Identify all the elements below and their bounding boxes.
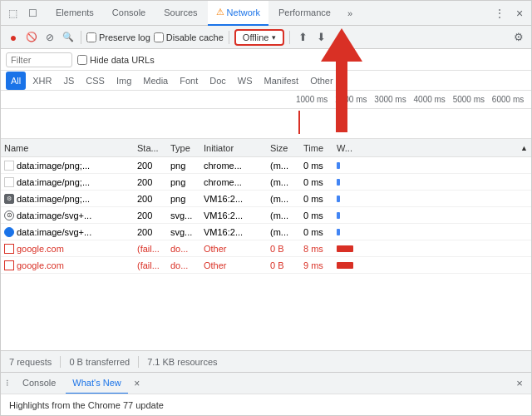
table-row[interactable]: data:image/png;... 200 png chrome... (m.… <box>1 174 531 191</box>
type-ws-button[interactable]: WS <box>233 72 258 90</box>
time-mark-4000: 4000 ms <box>414 95 453 104</box>
row-time: 9 ms <box>303 260 337 270</box>
row-icon <box>4 227 14 237</box>
time-mark-3000: 3000 ms <box>374 95 413 104</box>
row-initiator: Other <box>204 260 270 270</box>
row-size: (m... <box>270 210 303 220</box>
time-mark-1000: 1000 ms <box>296 95 335 104</box>
header-size[interactable]: Size <box>270 143 303 153</box>
disable-cache-checkbox[interactable] <box>154 32 164 42</box>
row-status: 200 <box>137 161 170 171</box>
waterfall-bar <box>337 262 353 269</box>
row-icon <box>4 260 14 270</box>
red-marker-bar <box>298 111 300 134</box>
row-name: google.com <box>4 260 137 270</box>
type-other-button[interactable]: Other <box>305 72 338 90</box>
row-size: 0 B <box>270 260 303 270</box>
row-name: ⚙ data:image/png;... <box>4 194 137 204</box>
type-filter-bar: All XHR JS CSS Img Media Font Doc WS Man… <box>1 71 531 91</box>
table-row[interactable]: google.com (fail... do... Other 0 B 8 ms <box>1 240 531 257</box>
type-img-button[interactable]: Img <box>111 72 136 90</box>
waterfall-bar <box>337 245 353 252</box>
status-bar: 7 requests 0 B transferred 7.1 KB resour… <box>1 350 531 372</box>
clear-button[interactable]: 🚫 <box>24 30 39 45</box>
type-font-button[interactable]: Font <box>175 72 203 90</box>
row-waterfall <box>337 262 528 269</box>
header-name[interactable]: Name <box>4 143 137 153</box>
tab-sources[interactable]: Sources <box>155 1 205 26</box>
table-row[interactable]: ⊙ data:image/svg+... 200 svg... VM16:2..… <box>1 207 531 224</box>
header-waterfall[interactable]: W... ▲ <box>337 143 528 153</box>
header-type[interactable]: Type <box>170 143 204 153</box>
row-type: png <box>170 194 204 204</box>
row-time: 0 ms <box>303 194 337 204</box>
row-waterfall <box>337 162 528 169</box>
request-rows-container: data:image/png;... 200 png chrome... (m.… <box>1 157 531 274</box>
more-tabs-button[interactable]: » <box>342 1 357 26</box>
preserve-log-checkbox[interactable] <box>86 32 96 42</box>
divider-1 <box>81 31 81 44</box>
row-size: 0 B <box>270 244 303 254</box>
row-initiator: Other <box>204 244 270 254</box>
offline-button[interactable]: Offline ▾ <box>234 29 285 46</box>
whats-new-close-icon[interactable]: × <box>131 378 143 389</box>
tab-network[interactable]: ⚠ Network <box>208 1 268 26</box>
tab-elements[interactable]: Elements <box>47 1 102 26</box>
row-status: 200 <box>137 194 170 204</box>
tab-whats-new[interactable]: What's New <box>66 373 127 394</box>
hide-data-urls-label[interactable]: Hide data URLs <box>77 55 155 65</box>
timeline-ruler: 1000 ms 2000 ms 3000 ms 4000 ms 5000 ms … <box>1 91 531 109</box>
close-devtools-icon[interactable]: × <box>511 5 528 22</box>
filter-icon[interactable]: ⊘ <box>42 30 57 45</box>
type-all-button[interactable]: All <box>6 72 26 90</box>
type-js-button[interactable]: JS <box>58 72 79 90</box>
table-row[interactable]: data:image/svg+... 200 svg... VM16:2... … <box>1 224 531 240</box>
transferred-info: 0 B transferred <box>69 357 130 367</box>
header-status[interactable]: Sta... <box>137 143 170 153</box>
divider-3 <box>289 31 290 44</box>
close-console-icon[interactable]: × <box>513 377 526 390</box>
row-icon: ⚙ <box>4 194 14 204</box>
filter-input[interactable] <box>6 52 72 67</box>
record-button[interactable]: ● <box>6 30 21 45</box>
warning-icon: ⚠ <box>216 7 224 17</box>
type-media-button[interactable]: Media <box>138 72 173 90</box>
type-manifest-button[interactable]: Manifest <box>259 72 304 90</box>
console-bar: ⁝ Console What's New × × <box>1 372 531 394</box>
cursor-icon[interactable]: ⬚ <box>4 5 21 22</box>
kebab-menu-icon[interactable]: ⋮ <box>491 5 508 22</box>
hide-data-urls-checkbox[interactable] <box>77 55 87 65</box>
disable-cache-label[interactable]: Disable cache <box>154 32 224 42</box>
table-row[interactable]: ⚙ data:image/png;... 200 png VM16:2... (… <box>1 191 531 207</box>
tab-console[interactable]: Console <box>104 1 154 26</box>
row-size: (m... <box>270 161 303 171</box>
table-header-row: Name Sta... Type Initiator Size Time W..… <box>1 139 531 157</box>
header-initiator[interactable]: Initiator <box>204 143 270 153</box>
time-mark-2000: 2000 ms <box>335 95 374 104</box>
table-row[interactable]: data:image/png;... 200 png chrome... (m.… <box>1 157 531 174</box>
row-time: 0 ms <box>303 210 337 220</box>
type-css-button[interactable]: CSS <box>81 72 110 90</box>
tab-console-bottom[interactable]: Console <box>16 373 62 394</box>
console-bar-icon: ⁝ <box>6 378 9 389</box>
table-row[interactable]: google.com (fail... do... Other 0 B 9 ms <box>1 257 531 274</box>
waterfall-bar <box>337 212 340 219</box>
tab-performance[interactable]: Performance <box>270 1 339 26</box>
preserve-log-label[interactable]: Preserve log <box>86 32 150 42</box>
row-waterfall <box>337 196 528 202</box>
offline-dropdown-icon: ▾ <box>272 33 276 42</box>
search-button[interactable]: 🔍 <box>61 30 76 45</box>
row-status: (fail... <box>137 260 170 270</box>
waterfall-bar <box>337 162 340 169</box>
type-xhr-button[interactable]: XHR <box>27 72 57 90</box>
mobile-icon[interactable]: ☐ <box>24 5 41 22</box>
settings-icon[interactable]: ⚙ <box>511 30 526 45</box>
row-name: data:image/svg+... <box>4 227 137 237</box>
waterfall-bar <box>337 196 340 202</box>
row-waterfall <box>337 229 528 235</box>
row-waterfall <box>337 245 528 252</box>
upload-button[interactable]: ⬆ <box>295 30 310 45</box>
type-doc-button[interactable]: Doc <box>204 72 231 90</box>
header-time[interactable]: Time <box>303 143 337 153</box>
download-button[interactable]: ⬇ <box>313 30 328 45</box>
